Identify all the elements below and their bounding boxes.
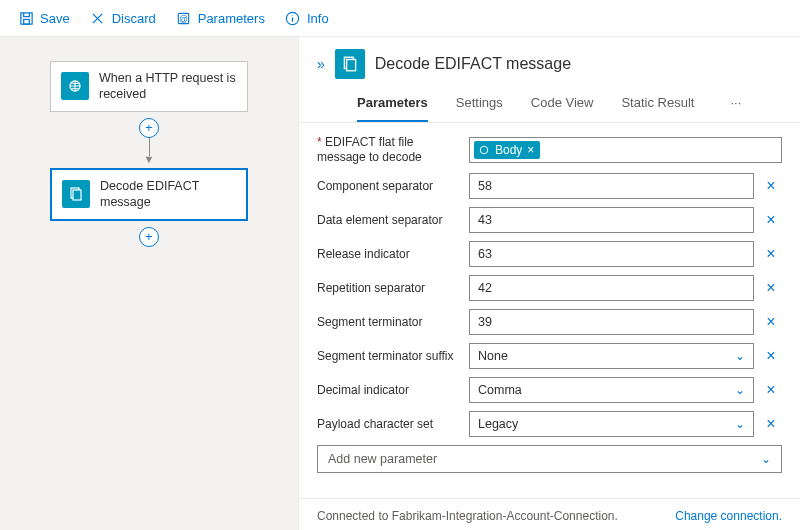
segtermsuf-select[interactable]: None ⌄ <box>469 343 754 369</box>
release-clear[interactable]: × <box>760 243 782 265</box>
segtermsuf-value: None <box>478 349 508 363</box>
chevron-down-icon: ⌄ <box>735 383 745 397</box>
decimal-value: Comma <box>478 383 522 397</box>
tab-codeview[interactable]: Code View <box>531 89 594 122</box>
repetition-label: Repetition separator <box>317 281 461 296</box>
componentsep-label: Component separator <box>317 179 461 194</box>
release-label: Release indicator <box>317 247 461 262</box>
trigger-label: When a HTTP request is received <box>99 70 237 103</box>
chevron-down-icon: ⌄ <box>735 349 745 363</box>
add-parameter-select[interactable]: Add new parameter ⌄ <box>317 445 782 473</box>
discard-icon <box>90 10 106 26</box>
add-step-button-end[interactable]: + <box>139 227 159 247</box>
collapse-panel-icon[interactable]: » <box>317 56 325 72</box>
svg-text:@: @ <box>179 13 188 23</box>
save-label: Save <box>40 11 70 26</box>
parameters-label: Parameters <box>198 11 265 26</box>
parameters-form: * EDIFACT flat file message to decode Bo… <box>299 123 800 498</box>
tab-parameters[interactable]: Parameters <box>357 89 428 122</box>
elementsep-input[interactable] <box>469 207 754 233</box>
action-label: Decode EDIFACT message <box>100 178 236 211</box>
tab-more[interactable]: ··· <box>722 89 749 122</box>
segterm-label: Segment terminator <box>317 315 461 330</box>
panel-tabs: Parameters Settings Code View Static Res… <box>299 79 800 123</box>
details-panel: » Decode EDIFACT message Parameters Sett… <box>298 37 800 530</box>
elementsep-clear[interactable]: × <box>760 209 782 231</box>
svg-rect-1 <box>23 19 29 24</box>
body-token[interactable]: Body × <box>474 141 540 159</box>
flatfile-input[interactable]: Body × <box>469 137 782 163</box>
token-remove-icon[interactable]: × <box>527 143 534 157</box>
edifact-action-icon <box>62 180 90 208</box>
svg-rect-0 <box>20 12 31 23</box>
http-trigger-icon <box>61 72 89 100</box>
save-icon <box>18 10 34 26</box>
segtermsuf-label: Segment terminator suffix <box>317 349 461 364</box>
connector-end: + <box>139 221 159 253</box>
chevron-down-icon: ⌄ <box>735 417 745 431</box>
segterm-clear[interactable]: × <box>760 311 782 333</box>
flatfile-label: * EDIFACT flat file message to decode <box>317 135 461 165</box>
tab-settings[interactable]: Settings <box>456 89 503 122</box>
panel-action-icon <box>335 49 365 79</box>
trigger-node[interactable]: When a HTTP request is received <box>50 61 248 112</box>
info-label: Info <box>307 11 329 26</box>
token-icon <box>478 144 490 156</box>
info-button[interactable]: Info <box>277 6 337 30</box>
charset-select[interactable]: Legacy ⌄ <box>469 411 754 437</box>
svg-rect-7 <box>73 190 81 200</box>
panel-title: Decode EDIFACT message <box>375 55 571 73</box>
elementsep-label: Data element separator <box>317 213 461 228</box>
save-button[interactable]: Save <box>10 6 78 30</box>
token-label: Body <box>495 143 522 157</box>
connection-footer: Connected to Fabrikam-Integration-Accoun… <box>299 498 800 530</box>
designer-canvas: When a HTTP request is received + ▼ Deco… <box>0 37 298 530</box>
change-connection-link[interactable]: Change connection. <box>675 509 782 523</box>
charset-label: Payload character set <box>317 417 461 432</box>
info-icon <box>285 10 301 26</box>
componentsep-clear[interactable]: × <box>760 175 782 197</box>
discard-label: Discard <box>112 11 156 26</box>
decimal-label: Decimal indicator <box>317 383 461 398</box>
componentsep-input[interactable] <box>469 173 754 199</box>
connection-status: Connected to Fabrikam-Integration-Accoun… <box>317 509 618 523</box>
release-input[interactable] <box>469 241 754 267</box>
parameters-button[interactable]: @ Parameters <box>168 6 273 30</box>
add-parameter-label: Add new parameter <box>328 452 437 466</box>
charset-value: Legacy <box>478 417 518 431</box>
add-step-button[interactable]: + <box>139 118 159 138</box>
action-node-decode[interactable]: Decode EDIFACT message <box>50 168 248 221</box>
svg-point-10 <box>480 146 488 154</box>
connector-arrow: + ▼ <box>139 112 159 169</box>
segterm-input[interactable] <box>469 309 754 335</box>
charset-clear[interactable]: × <box>760 413 782 435</box>
parameters-icon: @ <box>176 10 192 26</box>
chevron-down-icon: ⌄ <box>761 452 771 466</box>
decimal-select[interactable]: Comma ⌄ <box>469 377 754 403</box>
discard-button[interactable]: Discard <box>82 6 164 30</box>
repetition-input[interactable] <box>469 275 754 301</box>
repetition-clear[interactable]: × <box>760 277 782 299</box>
svg-rect-9 <box>346 60 355 71</box>
tab-staticresult[interactable]: Static Result <box>621 89 694 122</box>
toolbar: Save Discard @ Parameters Info <box>0 0 800 37</box>
decimal-clear[interactable]: × <box>760 379 782 401</box>
segtermsuf-clear[interactable]: × <box>760 345 782 367</box>
